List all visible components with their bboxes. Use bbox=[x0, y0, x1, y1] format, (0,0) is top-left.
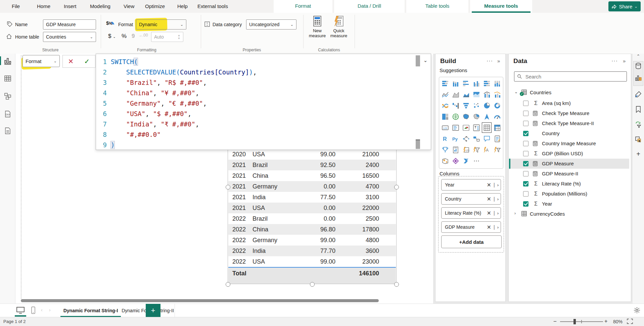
field-checkbox[interactable] bbox=[523, 101, 528, 106]
table-row[interactable]: 2021India77.503100 bbox=[228, 192, 396, 203]
table-node-countries[interactable]: ⌄✓Countries bbox=[509, 88, 629, 98]
currency-format-button[interactable]: $ ⌄ bbox=[108, 33, 116, 40]
table-row[interactable]: 2022China96.8017800 bbox=[228, 224, 396, 235]
waterfall-chart-icon[interactable] bbox=[450, 100, 461, 111]
matrix-icon[interactable] bbox=[492, 122, 502, 133]
remove-field-icon[interactable]: ✕ bbox=[487, 210, 491, 216]
remove-field-icon[interactable]: ✕ bbox=[487, 196, 491, 202]
selection-pane-icon[interactable] bbox=[635, 136, 642, 143]
power-automate-filter-icon[interactable] bbox=[471, 144, 481, 155]
table-row[interactable]: 2022USA99.0023000 bbox=[228, 256, 396, 267]
gauge-icon[interactable] bbox=[492, 111, 502, 122]
quick-measure-button[interactable]: Quick measure bbox=[328, 15, 349, 38]
paginated-report-icon[interactable] bbox=[450, 144, 461, 155]
format-select[interactable]: Dynamic⌄ bbox=[136, 19, 186, 30]
field-checkbox[interactable] bbox=[523, 151, 528, 156]
stacked-column-chart-icon[interactable] bbox=[450, 78, 461, 89]
field-expand-icon[interactable]: › bbox=[497, 211, 499, 216]
field-pill-country[interactable]: Country✕|› bbox=[441, 193, 501, 205]
bookmarks-icon[interactable] bbox=[635, 106, 642, 113]
report-view-icon[interactable] bbox=[4, 57, 12, 65]
field-checkbox[interactable] bbox=[523, 161, 528, 166]
field-checkbox[interactable] bbox=[523, 181, 528, 186]
python-script-icon[interactable]: Py bbox=[450, 133, 461, 144]
mobile-layout-icon[interactable] bbox=[31, 306, 36, 314]
tab-format[interactable]: Format bbox=[274, 0, 332, 13]
new-page-button[interactable]: + bbox=[146, 304, 160, 317]
field-pill-literacy-rate-[interactable]: Literacy Rate (%)✕|› bbox=[441, 207, 501, 219]
field-item-year[interactable]: ΣYear bbox=[509, 199, 629, 209]
formula-bar-format-selector[interactable]: Format⌄ bbox=[22, 55, 60, 67]
field-checkbox[interactable] bbox=[523, 191, 528, 197]
field-item-gdp-measure[interactable]: GDP Measure bbox=[509, 159, 629, 169]
smart-narrative-icon[interactable] bbox=[492, 133, 502, 144]
collapse-panes-icon[interactable]: ⌃ bbox=[635, 54, 642, 61]
shape-map-icon[interactable] bbox=[471, 111, 481, 122]
table-row[interactable]: 2021Germany0.004700 bbox=[228, 181, 396, 192]
visual-handle-right[interactable] bbox=[394, 185, 399, 189]
stacked-area-chart-icon[interactable] bbox=[461, 89, 471, 100]
funnel-chart-icon[interactable] bbox=[461, 100, 471, 111]
field-item-gdp-billion-usd-[interactable]: ΣGDP (Billion USD) bbox=[509, 149, 629, 159]
scatter-chart-icon[interactable] bbox=[471, 100, 481, 111]
visual-handle-left[interactable] bbox=[226, 185, 230, 189]
add-data-button[interactable]: +Add data bbox=[441, 235, 502, 248]
100-stacked-column-chart-icon[interactable] bbox=[492, 78, 502, 89]
menu-item-modeling[interactable]: Modeling bbox=[90, 0, 110, 13]
table-row[interactable]: 2021Brazil92.502400 bbox=[228, 160, 396, 170]
100-stacked-bar-chart-icon[interactable] bbox=[481, 78, 492, 89]
settings-gear-icon[interactable] bbox=[633, 307, 641, 314]
map-icon[interactable] bbox=[450, 111, 461, 122]
table-row[interactable]: 2020USA99.0021000 bbox=[228, 149, 396, 160]
model-view-icon[interactable] bbox=[4, 92, 12, 100]
field-checkbox[interactable] bbox=[523, 141, 528, 146]
chevron-right-icon[interactable]: › bbox=[514, 211, 516, 216]
table-row[interactable]: 2022Germany99.004800 bbox=[228, 235, 396, 246]
field-checkbox[interactable] bbox=[523, 131, 528, 136]
menu-item-home[interactable]: Home bbox=[37, 0, 50, 13]
pie-chart-icon[interactable] bbox=[481, 100, 492, 111]
build-more-options-icon[interactable]: ··· bbox=[487, 58, 493, 64]
line-stacked-column-chart-icon[interactable] bbox=[481, 89, 492, 100]
field-item-area-sq-km-[interactable]: ΣArea (sq km) bbox=[509, 98, 629, 108]
data-pane-icon[interactable] bbox=[635, 62, 642, 70]
commit-formula-icon[interactable]: ✓ bbox=[84, 57, 90, 65]
percent-format-button[interactable]: % bbox=[122, 33, 127, 40]
search-input[interactable] bbox=[525, 73, 624, 80]
field-checkbox[interactable] bbox=[523, 121, 528, 126]
clustered-bar-chart-icon[interactable] bbox=[461, 78, 471, 89]
desktop-layout-icon[interactable] bbox=[16, 307, 25, 314]
field-item-country[interactable]: Country bbox=[509, 128, 629, 139]
visual-handle-bottom-left[interactable] bbox=[226, 282, 230, 287]
custom-visual-icon[interactable] bbox=[450, 155, 461, 166]
editor-scrollbar-thumb-bottom[interactable] bbox=[416, 140, 420, 149]
filled-area-chart-icon[interactable] bbox=[471, 89, 481, 100]
table-icon[interactable] bbox=[481, 122, 492, 133]
power-apps-icon[interactable]: 123 bbox=[461, 144, 471, 155]
clustered-column-chart-icon[interactable] bbox=[471, 78, 481, 89]
menu-item-view[interactable]: View bbox=[124, 0, 134, 13]
build-collapse-icon[interactable]: » bbox=[497, 58, 500, 64]
dax-formula-editor[interactable]: 1SWITCH(2 SELECTEDVALUE(Countries[Countr… bbox=[96, 54, 431, 150]
tmdl-view-icon[interactable] bbox=[4, 127, 12, 135]
tab-data-drill[interactable]: Data / Drill bbox=[334, 0, 405, 13]
search-box[interactable] bbox=[514, 71, 627, 82]
menu-item-insert[interactable]: Insert bbox=[64, 0, 77, 13]
field-expand-icon[interactable]: › bbox=[497, 197, 499, 202]
field-item-check-type-measure[interactable]: Check Type Measure bbox=[509, 108, 629, 118]
field-checkbox[interactable] bbox=[523, 201, 528, 207]
field-item-population-millions-[interactable]: ΣPopulation (Millions) bbox=[509, 189, 629, 199]
filter-app-icon[interactable] bbox=[492, 144, 502, 155]
menu-item-external-tools[interactable]: External tools bbox=[197, 0, 228, 13]
field-checkbox[interactable] bbox=[523, 171, 528, 176]
field-item-literacy-rate-[interactable]: ΣLiteracy Rate (%) bbox=[509, 179, 629, 189]
measure-name-input[interactable]: GDP Measure bbox=[43, 19, 96, 30]
thousands-separator-button[interactable]: 9 bbox=[132, 33, 135, 40]
menu-item-file[interactable]: File bbox=[12, 0, 20, 13]
slicer-icon[interactable] bbox=[471, 122, 481, 133]
line-chart-icon[interactable] bbox=[440, 89, 450, 100]
editor-scrollbar-thumb[interactable] bbox=[416, 55, 420, 66]
page-tab-1[interactable]: Dynamic Format String-I bbox=[60, 304, 121, 317]
next-page-arrow-icon[interactable]: › bbox=[49, 307, 51, 313]
chevron-down-icon[interactable]: ⌄ bbox=[514, 90, 518, 94]
